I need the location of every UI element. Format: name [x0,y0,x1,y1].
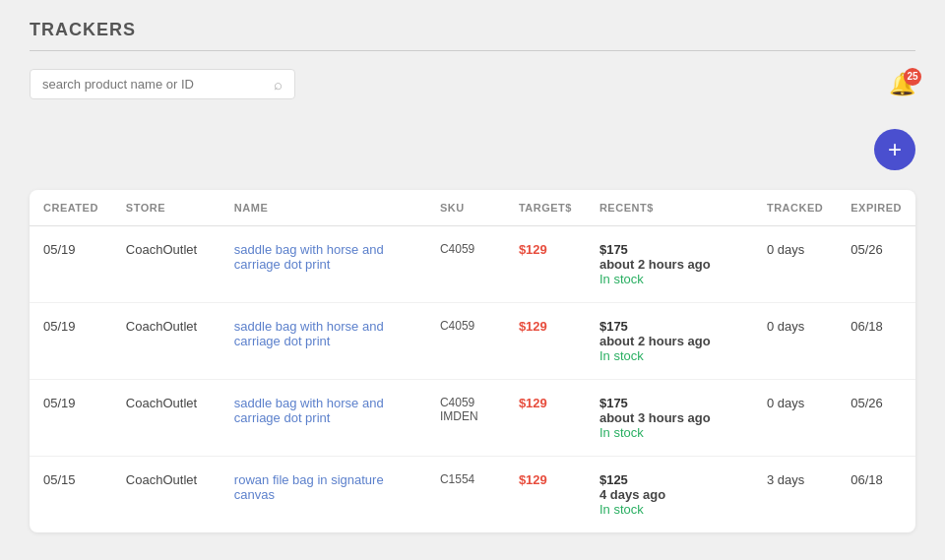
cell-tracked: 0 days [753,226,837,303]
cell-target: $129 [505,380,586,457]
cell-expired: 05/26 [837,226,915,303]
search-input[interactable] [42,77,268,92]
stock-status: In stock [599,502,739,517]
notification-badge: 25 [904,68,921,86]
table-row: 05/19 CoachOutlet saddle bag with horse … [30,303,915,380]
add-btn-row: + [30,129,915,170]
cell-created: 05/19 [30,303,112,380]
cell-recent: $175 about 3 hours ago In stock [586,380,753,457]
cell-tracked: 3 days [753,457,837,533]
cell-expired: 06/18 [837,457,915,533]
search-icon[interactable]: ⌕ [274,76,283,93]
cell-expired: 06/18 [837,303,915,380]
cell-sku: C4059 [426,303,505,380]
table-row: 05/19 CoachOutlet saddle bag with horse … [30,226,915,303]
cell-created: 05/15 [30,457,112,533]
page-title: TRACKERS [30,20,915,40]
col-header-target: TARGET$ [505,190,586,226]
col-header-created: CREATED [30,190,112,226]
product-link[interactable]: saddle bag with horse and carriage dot p… [234,242,384,272]
product-link[interactable]: saddle bag with horse and carriage dot p… [234,319,384,348]
cell-sku: C4059 [426,226,505,303]
cell-created: 05/19 [30,380,112,457]
cell-target: $129 [505,303,586,380]
col-header-sku: SKU [426,190,505,226]
table-header-row: CREATED STORE NAME SKU TARGET$ RECENT$ T… [30,190,915,226]
cell-sku: C4059IMDEN [426,380,505,457]
trackers-table-container: CREATED STORE NAME SKU TARGET$ RECENT$ T… [30,190,915,532]
table-row: 05/19 CoachOutlet saddle bag with horse … [30,380,915,457]
cell-store: CoachOutlet [112,303,220,380]
cell-sku: C1554 [426,457,505,533]
top-right-controls: 🔔 25 [889,72,915,97]
cell-recent: $175 about 2 hours ago In stock [586,303,753,380]
stock-status: In stock [599,272,739,286]
recent-time: 4 days ago [599,487,739,502]
add-tracker-button[interactable]: + [874,129,915,170]
col-header-name: NAME [220,190,426,226]
notification-bell[interactable]: 🔔 25 [889,72,915,97]
cell-created: 05/19 [30,226,112,303]
top-bar: ⌕ 🔔 25 [30,69,915,99]
recent-time: about 2 hours ago [599,334,739,348]
stock-status: In stock [599,425,739,440]
cell-name[interactable]: saddle bag with horse and carriage dot p… [220,226,426,303]
cell-tracked: 0 days [753,380,837,457]
recent-price: $175 [599,319,739,334]
col-header-expired: EXPIRED [837,190,915,226]
cell-expired: 05/26 [837,380,915,457]
col-header-store: STORE [112,190,220,226]
recent-price: $175 [599,242,739,257]
cell-recent: $175 about 2 hours ago In stock [586,226,753,303]
product-link[interactable]: rowan file bag in signature canvas [234,472,384,502]
trackers-table: CREATED STORE NAME SKU TARGET$ RECENT$ T… [30,190,915,532]
search-box[interactable]: ⌕ [30,69,295,99]
col-header-recent: RECENT$ [586,190,753,226]
cell-target: $129 [505,457,586,533]
cell-store: CoachOutlet [112,457,220,533]
cell-store: CoachOutlet [112,380,220,457]
recent-price: $125 [599,472,739,487]
cell-store: CoachOutlet [112,226,220,303]
cell-name[interactable]: saddle bag with horse and carriage dot p… [220,380,426,457]
cell-target: $129 [505,226,586,303]
table-row: 05/15 CoachOutlet rowan file bag in sign… [30,457,915,533]
divider [30,50,915,51]
recent-time: about 3 hours ago [599,410,739,425]
cell-name[interactable]: saddle bag with horse and carriage dot p… [220,303,426,380]
col-header-tracked: TRACKED [753,190,837,226]
cell-tracked: 0 days [753,303,837,380]
recent-price: $175 [599,396,739,410]
recent-time: about 2 hours ago [599,257,739,272]
product-link[interactable]: saddle bag with horse and carriage dot p… [234,396,384,425]
cell-recent: $125 4 days ago In stock [586,457,753,533]
cell-name[interactable]: rowan file bag in signature canvas [220,457,426,533]
stock-status: In stock [599,348,739,363]
